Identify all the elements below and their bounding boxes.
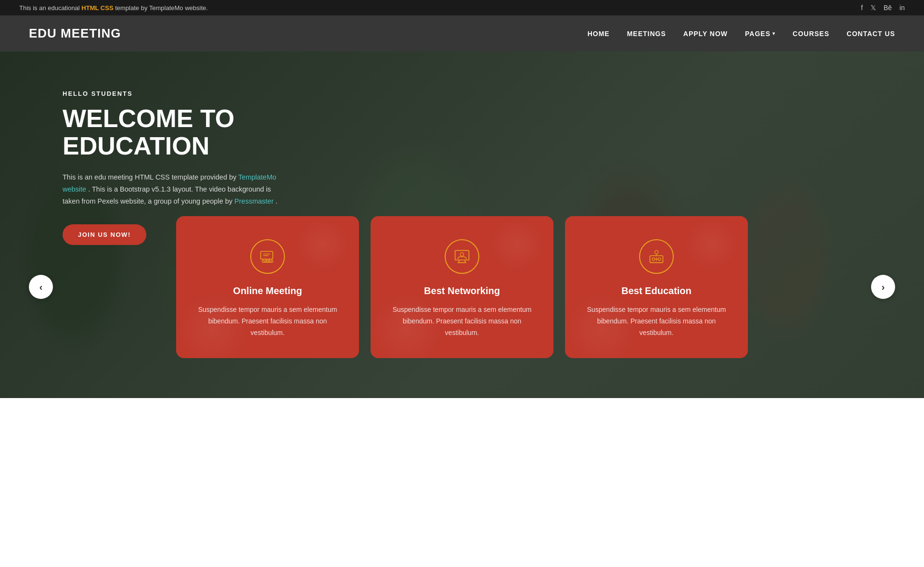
svg-rect-0 xyxy=(261,251,273,259)
hero-desc-before: This is an edu meeting HTML CSS template… xyxy=(63,173,238,181)
hero-description: This is an edu meeting HTML CSS template… xyxy=(63,171,284,207)
networking-svg-icon xyxy=(453,248,471,265)
nav-home[interactable]: HOME xyxy=(588,30,610,38)
card-online-meeting: Online Meeting Suspendisse tempor mauris… xyxy=(176,216,359,358)
announcement-text: This is an educational HTML CSS template… xyxy=(19,4,208,12)
hero-section: HELLO STUDENTS WELCOME TO EDUCATION This… xyxy=(0,52,924,398)
slider-prev-button[interactable]: ‹ xyxy=(29,275,53,299)
svg-point-4 xyxy=(262,260,265,263)
nav-pages-label: PAGES xyxy=(745,30,770,38)
svg-point-14 xyxy=(658,258,661,260)
social-icons: f 𝕏 Bē in xyxy=(861,4,905,12)
hero-desc-after: . xyxy=(276,197,278,205)
svg-point-5 xyxy=(267,260,269,263)
nav-pages[interactable]: PAGES ▾ xyxy=(745,30,775,38)
svg-point-13 xyxy=(652,258,654,260)
facebook-icon[interactable]: f xyxy=(861,4,863,12)
announcement-plain2: template by TemplateMo website. xyxy=(115,4,208,12)
card-best-education: Best Education Suspendisse tempor mauris… xyxy=(565,216,748,358)
card-best-networking: Best Networking Suspendisse tempor mauri… xyxy=(371,216,553,358)
best-education-icon xyxy=(639,239,674,274)
meeting-svg-icon xyxy=(259,248,276,265)
nav-apply-now[interactable]: APPLY NOW xyxy=(683,30,728,38)
top-bar: This is an educational HTML CSS template… xyxy=(0,0,924,15)
education-svg-icon xyxy=(648,248,665,265)
card-online-meeting-desc: Suspendisse tempor mauris a sem elementu… xyxy=(193,304,342,338)
linkedin-icon[interactable]: in xyxy=(899,4,905,12)
svg-point-11 xyxy=(654,251,658,254)
twitter-icon[interactable]: 𝕏 xyxy=(871,4,876,12)
svg-rect-9 xyxy=(455,251,469,260)
online-meeting-icon xyxy=(250,239,285,274)
chevron-down-icon: ▾ xyxy=(772,31,775,36)
card-online-meeting-title: Online Meeting xyxy=(193,285,342,296)
announcement-highlight: HTML CSS xyxy=(81,4,113,12)
navbar: EDU MEETING HOME MEETINGS APPLY NOW PAGE… xyxy=(0,15,924,52)
card-best-education-desc: Suspendisse tempor mauris a sem elementu… xyxy=(582,304,731,338)
card-best-education-title: Best Education xyxy=(582,285,731,296)
cards-wrapper: Online Meeting Suspendisse tempor mauris… xyxy=(53,216,871,358)
hero-subtitle: HELLO STUDENTS xyxy=(63,90,284,97)
nav-meetings[interactable]: MEETINGS xyxy=(627,30,666,38)
cards-section: ‹ Online Meetin xyxy=(0,216,924,358)
nav-contact-us[interactable]: CONTACT US xyxy=(847,30,895,38)
card-best-networking-title: Best Networking xyxy=(388,285,536,296)
best-networking-icon xyxy=(445,239,479,274)
svg-point-10 xyxy=(460,253,463,256)
main-nav: HOME MEETINGS APPLY NOW PAGES ▾ COURSES … xyxy=(588,30,895,38)
slider-next-button[interactable]: › xyxy=(871,275,895,299)
card-best-networking-desc: Suspendisse tempor mauris a sem elementu… xyxy=(388,304,536,338)
svg-point-6 xyxy=(271,260,273,263)
site-brand[interactable]: EDU MEETING xyxy=(29,26,121,41)
nav-courses[interactable]: COURSES xyxy=(793,30,829,38)
behance-icon[interactable]: Bē xyxy=(884,4,892,12)
announcement-plain: This is an educational xyxy=(19,4,81,12)
hero-title: WELCOME TO EDUCATION xyxy=(63,105,284,160)
pressmaster-link[interactable]: Pressmaster xyxy=(234,197,273,205)
